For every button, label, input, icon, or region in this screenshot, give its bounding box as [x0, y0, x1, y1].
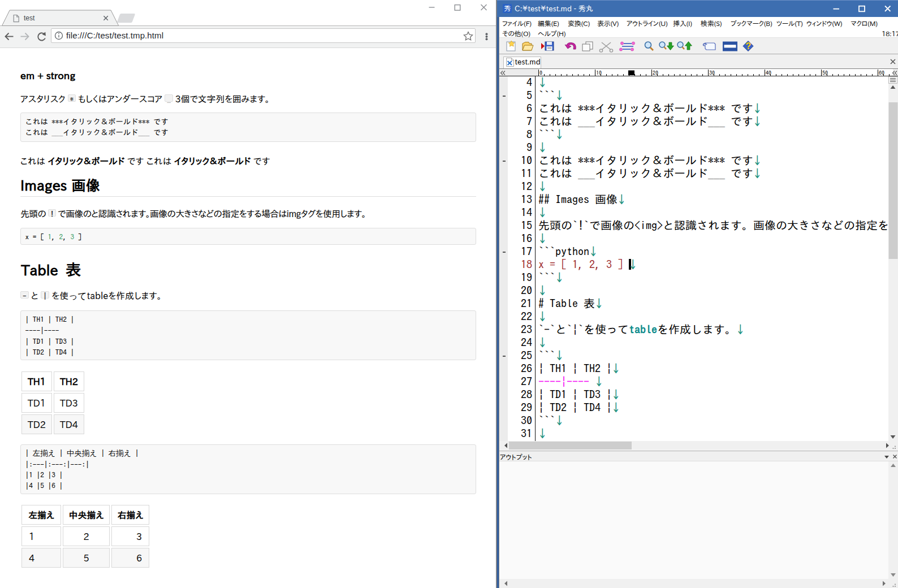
svg-text:?: ?: [746, 41, 752, 51]
